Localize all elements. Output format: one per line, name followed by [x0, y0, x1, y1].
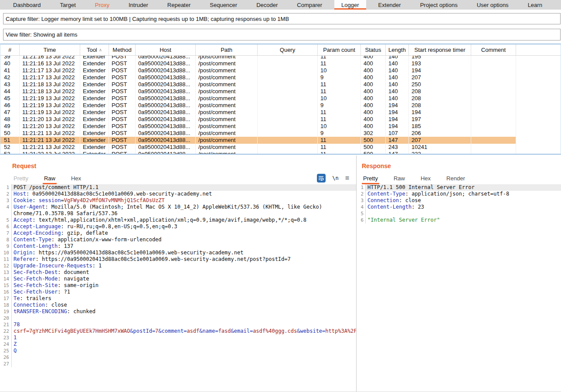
cell-path: /post/comment [196, 116, 258, 123]
cell-time: 11:21:19 13 Jul 2022 [20, 102, 80, 109]
menu-icon[interactable]: ≡ [345, 175, 349, 182]
cell-query [258, 95, 318, 102]
response-editor[interactable]: 1HTTP/1.1 500 Internal Server Error2Cont… [357, 184, 561, 389]
main-tab-target[interactable]: Target [53, 0, 83, 10]
logger-table: #TimeTool∧MethodHostPathQueryParam count… [0, 44, 561, 155]
log-row-42[interactable]: 4211:21:17 13 Jul 2022ExtenderPOST0a9500… [0, 74, 561, 81]
cell-id: 40 [0, 60, 20, 67]
column-header-label: Length [388, 47, 406, 53]
column-header-status[interactable]: Status [361, 44, 386, 55]
column-header-tool[interactable]: Tool∧ [80, 44, 109, 55]
request-line-6: 6Accept-Language: ru-RU,ru;q=0.8,en-US;q… [0, 223, 356, 230]
response-line-text [365, 210, 561, 217]
request-line-21: 2178 [0, 321, 356, 328]
log-row-45[interactable]: 4511:21:19 13 Jul 2022ExtenderPOST0a9500… [0, 95, 561, 102]
newline-icon[interactable]: \n [332, 175, 338, 181]
cell-method: POST [109, 102, 136, 109]
cell-filler [516, 102, 561, 109]
main-tab-learn[interactable]: Learn [521, 0, 549, 10]
cell-tool: Extender [80, 123, 109, 130]
cell-status: 500 [361, 151, 386, 154]
request-line-25: 25Q [0, 348, 356, 354]
request-tab-raw[interactable]: Raw [43, 173, 57, 184]
cell-filler [516, 151, 561, 154]
log-row-40[interactable]: 4011:21:16 13 Jul 2022ExtenderPOST0a9500… [0, 60, 561, 67]
line-number: 2 [0, 191, 11, 197]
log-row-49[interactable]: 4911:21:20 13 Jul 2022ExtenderPOST0a9500… [0, 123, 561, 130]
column-header-length[interactable]: Length [386, 44, 409, 55]
cell-start-response-timer: 207 [409, 137, 471, 144]
cell-start-response-timer: 197 [409, 116, 471, 123]
column-header-query[interactable]: Query [258, 44, 318, 55]
cell-path: /post/comment [196, 137, 258, 144]
cell-path: /post/comment [196, 151, 258, 154]
wrap-icon[interactable] [317, 174, 326, 182]
cell-length: 147 [386, 137, 409, 144]
view-filter-bar[interactable]: View filter: Showing all items [3, 29, 561, 41]
column-header-number[interactable]: # [0, 44, 20, 55]
column-header-method[interactable]: Method [109, 44, 136, 55]
cell-param-count: 9 [318, 130, 361, 137]
column-header-param-count[interactable]: Param count [318, 44, 361, 55]
response-tab-render[interactable]: Render [445, 173, 466, 184]
column-header-comment[interactable]: Comment [471, 44, 516, 55]
response-tab-pretty[interactable]: Pretty [362, 173, 379, 184]
cell-status: 302 [361, 130, 386, 137]
cell-filler [516, 67, 561, 74]
column-header-label: Param count [323, 47, 355, 53]
main-tab-logger[interactable]: Logger [334, 0, 366, 10]
request-line-8: 8Content-Type: application/x-www-form-ur… [0, 237, 356, 243]
cell-tool: Extender [80, 130, 109, 137]
main-tab-comparer[interactable]: Comparer [290, 0, 329, 10]
cell-host: 0a9500020413d88... [136, 109, 196, 116]
main-tab-extender[interactable]: Extender [371, 0, 408, 10]
main-tab-sequencer[interactable]: Sequencer [203, 0, 244, 10]
cell-host: 0a9500020413d88... [136, 67, 196, 74]
log-row-41[interactable]: 4111:21:17 13 Jul 2022ExtenderPOST0a9500… [0, 67, 561, 74]
cell-comment [471, 144, 516, 151]
log-row-47[interactable]: 4711:21:19 13 Jul 2022ExtenderPOST0a9500… [0, 109, 561, 116]
cell-id: 48 [0, 116, 20, 123]
main-tab-user-options[interactable]: User options [470, 0, 516, 10]
request-line-text: Cookie: session=VgFWy4D2vMfON7vMNMhjQ1Sc… [11, 197, 356, 204]
main-tab-project-options[interactable]: Project options [413, 0, 465, 10]
column-header-host[interactable]: Host [136, 44, 196, 55]
column-header-start-response-timer[interactable]: Start response timer [409, 44, 471, 55]
cell-time: 11:21:21 13 Jul 2022 [20, 130, 80, 137]
log-row-52[interactable]: 5211:21:21 13 Jul 2022ExtenderPOST0a9500… [0, 144, 561, 151]
log-row-43[interactable]: 4311:21:18 13 Jul 2022ExtenderPOST0a9500… [0, 81, 561, 88]
cell-start-response-timer: 222 [409, 151, 471, 154]
request-line-7: 7Accept-Encoding: gzip, deflate [0, 230, 356, 237]
log-row-48[interactable]: 4811:21:20 13 Jul 2022ExtenderPOST0a9500… [0, 116, 561, 123]
request-line-9: 9Content-Length: 137 [0, 243, 356, 250]
log-row-39[interactable]: 3911:21:16 13 Jul 2022ExtenderPOST0a9500… [0, 56, 561, 60]
log-row-50[interactable]: 5011:21:21 13 Jul 2022ExtenderPOST0a9500… [0, 130, 561, 137]
line-number: 24 [0, 341, 11, 348]
log-row-51[interactable]: 5111:21:21 13 Jul 2022ExtenderPOST0a9500… [0, 137, 561, 144]
log-row-44[interactable]: 4411:21:18 13 Jul 2022ExtenderPOST0a9500… [0, 88, 561, 95]
line-number: 1 [357, 184, 365, 191]
response-tab-raw[interactable]: Raw [392, 173, 406, 184]
main-tab-intruder[interactable]: Intruder [122, 0, 155, 10]
request-tab-pretty[interactable]: Pretty [12, 173, 30, 184]
log-row-53[interactable]: 5311:21:22 13 Jul 2022ExtenderPOST0a9500… [0, 151, 561, 154]
request-panel: Request PrettyRawHex \n≡ 1POST /post/com… [0, 155, 356, 392]
log-row-46[interactable]: 4611:21:19 13 Jul 2022ExtenderPOST0a9500… [0, 102, 561, 109]
response-tab-hex[interactable]: Hex [419, 173, 432, 184]
cell-length: 107 [386, 130, 409, 137]
capture-filter-bar[interactable]: Capture filter: Logger memory limit set … [3, 13, 561, 24]
cell-tool: Extender [80, 95, 109, 102]
column-header-path[interactable]: Path [196, 44, 258, 55]
main-tab-decoder[interactable]: Decoder [249, 0, 285, 10]
main-tab-proxy[interactable]: Proxy [88, 0, 116, 10]
column-header-time[interactable]: Time [20, 44, 80, 55]
response-subtabs: PrettyRawHexRender [362, 173, 557, 184]
cell-time: 11:21:17 13 Jul 2022 [20, 67, 80, 74]
request-panel-title: Request [12, 162, 36, 169]
request-tab-hex[interactable]: Hex [70, 173, 82, 184]
main-tab-repeater[interactable]: Repeater [160, 0, 197, 10]
cell-param-count: 10 [318, 95, 361, 102]
cell-host: 0a9500020413d88... [136, 88, 196, 95]
request-editor[interactable]: 1POST /post/comment HTTP/1.12Host: 0a950… [0, 184, 356, 389]
main-tab-dashboard[interactable]: Dashboard [6, 0, 48, 10]
